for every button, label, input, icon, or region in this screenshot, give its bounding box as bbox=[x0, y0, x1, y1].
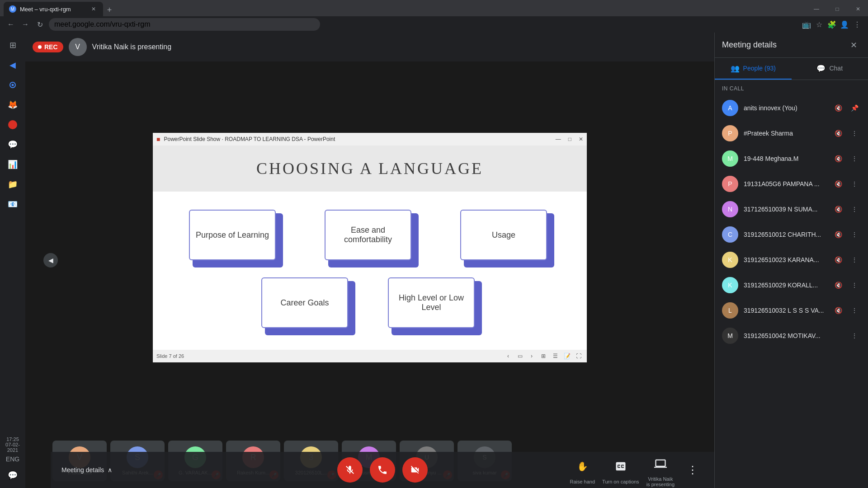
firefox-icon[interactable]: 🦊 bbox=[4, 96, 22, 114]
mute-btn-korall[interactable]: 🔇 bbox=[832, 279, 844, 291]
avatar-lsss: L bbox=[722, 302, 738, 319]
avatar-prateek: P bbox=[722, 125, 738, 141]
mute-btn-prateek[interactable]: 🔇 bbox=[832, 127, 844, 140]
forward-button[interactable]: → bbox=[20, 19, 31, 30]
minimize-button[interactable]: — bbox=[807, 2, 826, 16]
more-btn-suma[interactable]: ⋮ bbox=[848, 203, 861, 216]
url-bar[interactable]: meet.google.com/vru-qxti-rgm bbox=[49, 18, 320, 31]
participant-list: A anits innovex (You) 🔇 📌 P #Prateek Sha… bbox=[715, 95, 868, 488]
mute-btn-meghana[interactable]: 🔇 bbox=[832, 152, 844, 165]
lang-indicator: ENG bbox=[2, 455, 24, 463]
tab-people[interactable]: 👥 People (93) bbox=[715, 58, 792, 80]
mute-btn-anits[interactable]: 🔇 bbox=[832, 102, 844, 114]
slide-bottombar: Slide 7 of 26 ‹ ▭ › ⊞ ☰ 📝 ⛶ bbox=[153, 350, 587, 362]
tab-bar: M Meet – vru-qxti-rgm ✕ + — □ ✕ bbox=[0, 0, 868, 16]
more-btn-korall[interactable]: ⋮ bbox=[848, 279, 861, 291]
more-btn-prateek[interactable]: ⋮ bbox=[848, 127, 861, 140]
more-btn-pampana[interactable]: ⋮ bbox=[848, 178, 861, 190]
participant-item-suma: N 317126510039 N SUMA... 🔇 ⋮ bbox=[715, 197, 868, 222]
files-icon[interactable]: 📁 bbox=[4, 175, 22, 193]
panel-title: Meeting details bbox=[722, 40, 777, 50]
cast-icon[interactable]: 📺 bbox=[801, 19, 812, 30]
chat-bubble-icon[interactable]: 💬 bbox=[4, 466, 22, 484]
name-korall: 319126510029 KORALL... bbox=[744, 282, 826, 289]
participant-item-anits: A anits innovex (You) 🔇 📌 bbox=[715, 95, 868, 121]
restore-slide-btn[interactable]: □ bbox=[568, 136, 571, 142]
mute-btn-karana[interactable]: 🔇 bbox=[832, 253, 844, 266]
active-tab[interactable]: M Meet – vru-qxti-rgm ✕ bbox=[4, 2, 103, 16]
close-button[interactable]: ✕ bbox=[848, 2, 868, 16]
svg-point-1 bbox=[12, 84, 14, 86]
name-lsss: 319126510032 L S S S VA... bbox=[744, 307, 826, 314]
vritika-presenting-text: Vritika Naikis presenting bbox=[646, 476, 675, 487]
more-btn-karana[interactable]: ⋮ bbox=[848, 253, 861, 266]
card-main-ease: Ease and comfortability bbox=[325, 210, 411, 260]
maximize-button[interactable]: □ bbox=[827, 2, 847, 16]
right-panel: Meeting details ✕ 👥 People (93) 💬 Chat I… bbox=[714, 33, 868, 488]
chrome-icon[interactable] bbox=[4, 76, 22, 94]
back-icon[interactable]: ◀ bbox=[4, 56, 22, 74]
panel-close-button[interactable]: ✕ bbox=[846, 38, 861, 52]
actions-lsss: 🔇 ⋮ bbox=[832, 304, 861, 317]
profile-icon[interactable]: 👤 bbox=[839, 19, 850, 30]
name-pampana: 19131A05G6 PAMPANA ... bbox=[744, 180, 826, 188]
avatar-charith: C bbox=[722, 226, 738, 243]
charts-icon[interactable]: 📊 bbox=[4, 155, 22, 174]
close-slide-btn[interactable]: ✕ bbox=[579, 136, 583, 142]
panel-header: Meeting details ✕ bbox=[715, 33, 868, 58]
cards-row-1: Purpose of Learning Ease and comfortabil… bbox=[171, 210, 569, 264]
participant-item-meghana: M 19-448 Meghana.M 🔇 ⋮ bbox=[715, 146, 868, 171]
more-btn-charith[interactable]: ⋮ bbox=[848, 228, 861, 241]
slide-info: Slide 7 of 26 bbox=[156, 353, 184, 359]
email-icon[interactable]: 📧 bbox=[4, 195, 22, 213]
back-button[interactable]: ← bbox=[5, 19, 16, 30]
apps-icon[interactable]: ⊞ bbox=[4, 36, 22, 54]
pin-btn-anits[interactable]: 📌 bbox=[848, 102, 861, 114]
captions-control[interactable]: Turn on captions bbox=[602, 455, 639, 484]
fullscreen-btn[interactable]: ⛶ bbox=[574, 352, 583, 361]
next-slide-btn[interactable]: › bbox=[527, 352, 536, 361]
extensions-icon[interactable]: 🧩 bbox=[826, 19, 837, 30]
more-options-icon[interactable]: ⋮ bbox=[852, 19, 863, 30]
more-btn-meghana[interactable]: ⋮ bbox=[848, 152, 861, 165]
presenting-control[interactable]: Vritika Naikis presenting bbox=[646, 453, 675, 487]
avatar-motikav: M bbox=[722, 328, 738, 344]
captions-icon bbox=[610, 455, 632, 477]
red-icon[interactable] bbox=[4, 116, 22, 134]
refresh-button[interactable]: ↻ bbox=[34, 19, 45, 30]
new-tab-button[interactable]: + bbox=[103, 4, 116, 16]
prev-slide-btn[interactable]: ‹ bbox=[504, 352, 513, 361]
powerpoint-icon: ■ bbox=[156, 136, 160, 143]
mute-button[interactable] bbox=[337, 457, 363, 483]
panel-tabs: 👥 People (93) 💬 Chat bbox=[715, 58, 868, 80]
participant-item-pampana: P 19131A05G6 PAMPANA ... 🔇 ⋮ bbox=[715, 171, 868, 197]
meeting-details-button[interactable]: Meeting details ∧ bbox=[61, 466, 112, 474]
video-off-button[interactable] bbox=[402, 457, 428, 483]
address-bar: ← → ↻ meet.google.com/vru-qxti-rgm 📺 ☆ 🧩… bbox=[0, 16, 868, 33]
grid-view-btn[interactable]: ⊞ bbox=[539, 352, 548, 361]
notes-btn[interactable]: 📝 bbox=[562, 352, 571, 361]
presenting-icon bbox=[650, 453, 671, 474]
mute-btn-pampana[interactable]: 🔇 bbox=[832, 178, 844, 190]
control-left: Meeting details ∧ bbox=[61, 466, 112, 474]
more-btn-motikav[interactable]: ⋮ bbox=[848, 329, 861, 342]
raise-hand-control[interactable]: ✋ Raise hand bbox=[570, 455, 595, 484]
captions-label: Turn on captions bbox=[602, 479, 639, 484]
normal-view-btn[interactable]: ▭ bbox=[515, 352, 524, 361]
more-btn-lsss[interactable]: ⋮ bbox=[848, 304, 861, 317]
outline-view-btn[interactable]: ☰ bbox=[551, 352, 560, 361]
bookmark-icon[interactable]: ☆ bbox=[814, 19, 825, 30]
minimize-slide-btn[interactable]: — bbox=[556, 136, 561, 142]
participant-item-motikav: M 319126510042 MOTIKAV... ⋮ bbox=[715, 323, 868, 348]
chat-icon[interactable]: 💬 bbox=[4, 136, 22, 154]
url-text: meet.google.com/vru-qxti-rgm bbox=[54, 20, 151, 28]
tab-close-button[interactable]: ✕ bbox=[90, 5, 98, 13]
mute-btn-charith[interactable]: 🔇 bbox=[832, 228, 844, 241]
more-options-control[interactable]: ⋮ bbox=[682, 459, 703, 481]
mute-btn-suma[interactable]: 🔇 bbox=[832, 203, 844, 216]
end-call-button[interactable] bbox=[370, 457, 395, 483]
tab-chat[interactable]: 💬 Chat bbox=[792, 58, 868, 80]
mute-btn-lsss[interactable]: 🔇 bbox=[832, 304, 844, 317]
actions-korall: 🔇 ⋮ bbox=[832, 279, 861, 291]
name-suma: 317126510039 N SUMA... bbox=[744, 206, 826, 213]
